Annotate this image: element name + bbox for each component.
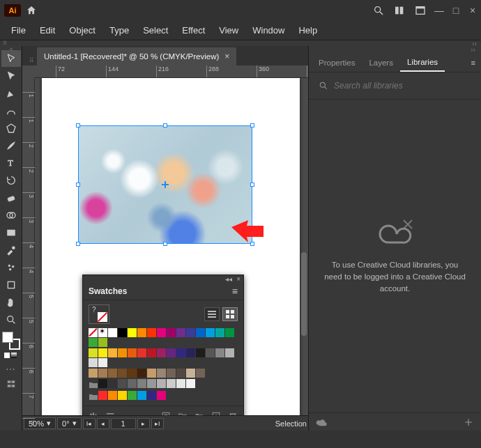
swatch[interactable] — [206, 328, 215, 337]
swatches-menu-icon[interactable]: ≡ — [232, 286, 238, 297]
rectangle-tool[interactable] — [1, 120, 21, 137]
artboard-tool[interactable] — [1, 277, 21, 293]
swatch[interactable] — [147, 379, 156, 388]
swatch[interactable] — [176, 369, 185, 378]
tools-overflow[interactable]: ⋯ — [6, 364, 17, 375]
canvas[interactable]: ◂◂ × Swatches ≡ ? — [35, 78, 308, 415]
menu-effect[interactable]: Effect — [175, 22, 212, 38]
swatch[interactable] — [108, 391, 117, 400]
swatch-options-icon[interactable] — [161, 411, 171, 416]
swatch[interactable] — [128, 379, 137, 388]
tab-layers[interactable]: Layers — [362, 54, 400, 71]
swatch[interactable] — [147, 391, 156, 400]
menu-help[interactable]: Help — [291, 22, 324, 38]
artboard-number[interactable]: 1 — [111, 418, 136, 429]
swatch[interactable] — [167, 348, 176, 357]
handle-bl[interactable] — [76, 242, 80, 246]
artboard-next[interactable]: ▸ — [137, 418, 150, 429]
symbol-sprayer-tool[interactable] — [1, 259, 21, 276]
fill-stroke-indicator[interactable] — [2, 332, 20, 350]
direct-selection-tool[interactable] — [1, 68, 21, 84]
ruler-horizontal[interactable]: 72 144 216 288 360 432 — [35, 65, 308, 78]
rotate-combo[interactable]: 0°▾ — [57, 417, 82, 429]
swatches-view-grid[interactable] — [222, 307, 238, 321]
swatch[interactable] — [89, 369, 98, 378]
scrollbar-vertical[interactable] — [301, 252, 307, 336]
handle-r[interactable] — [250, 183, 254, 187]
swatch[interactable] — [89, 338, 98, 347]
window-close[interactable]: × — [464, 3, 481, 18]
swatch[interactable] — [108, 328, 117, 337]
close-tab-icon[interactable]: × — [224, 52, 229, 61]
color-mode-toggles[interactable] — [4, 353, 18, 360]
hand-tool[interactable] — [1, 294, 21, 311]
swatch[interactable] — [89, 348, 98, 357]
menu-view[interactable]: View — [212, 22, 245, 38]
swatch[interactable] — [98, 391, 107, 400]
swatch[interactable] — [176, 379, 185, 388]
swatch[interactable] — [89, 328, 98, 337]
swatch[interactable] — [215, 328, 224, 337]
menu-file[interactable]: File — [4, 22, 33, 38]
swatch[interactable] — [186, 379, 195, 388]
tab-properties[interactable]: Properties — [312, 54, 362, 71]
swatches-panel[interactable]: ◂◂ × Swatches ≡ ? — [82, 275, 244, 415]
swatch[interactable] — [137, 391, 146, 400]
swatch[interactable] — [108, 369, 117, 378]
swatch[interactable] — [118, 348, 127, 357]
artboard-last[interactable]: ▸I — [151, 418, 164, 429]
swatch[interactable] — [128, 348, 137, 357]
swatch[interactable] — [176, 348, 185, 357]
swatch[interactable] — [167, 328, 176, 337]
handle-l[interactable] — [76, 183, 80, 187]
new-folder-icon[interactable] — [194, 411, 204, 416]
swatch[interactable] — [196, 328, 205, 337]
placed-image[interactable] — [78, 125, 252, 244]
swatch[interactable] — [128, 328, 137, 337]
swatch[interactable] — [89, 358, 98, 367]
swatch[interactable] — [98, 348, 107, 357]
swatch[interactable] — [98, 358, 107, 367]
swatches-view-list[interactable] — [204, 307, 220, 321]
swatch[interactable] — [108, 348, 117, 357]
menu-object[interactable]: Object — [62, 22, 102, 38]
swatch[interactable] — [167, 369, 176, 378]
selection-tool[interactable] — [1, 50, 21, 67]
swatch[interactable] — [128, 391, 137, 400]
delete-swatch-icon[interactable] — [228, 411, 238, 416]
swatch[interactable] — [186, 348, 195, 357]
handle-tr[interactable] — [250, 123, 254, 128]
swatch[interactable] — [147, 369, 156, 378]
swatch[interactable] — [157, 379, 166, 388]
swatches-close-icon[interactable]: × — [236, 275, 240, 283]
swatch[interactable] — [108, 379, 117, 388]
paintbrush-tool[interactable] — [1, 137, 21, 154]
swatch[interactable] — [118, 391, 127, 400]
rotate-tool[interactable] — [1, 172, 21, 189]
swatch[interactable] — [98, 338, 107, 347]
swatch[interactable] — [137, 348, 146, 357]
swatch[interactable] — [137, 369, 146, 378]
swatch[interactable] — [137, 328, 146, 337]
swatch[interactable] — [157, 391, 166, 400]
add-content-icon[interactable] — [463, 417, 474, 428]
swatch[interactable] — [196, 369, 205, 378]
handle-tl[interactable] — [76, 123, 80, 128]
edit-toolbar-icon[interactable] — [6, 379, 16, 390]
menu-select[interactable]: Select — [136, 22, 175, 38]
gradient-tool[interactable] — [1, 224, 21, 241]
handle-t[interactable] — [163, 123, 167, 128]
swatch[interactable] — [176, 328, 185, 337]
eraser-tool[interactable] — [1, 190, 21, 206]
document-tab[interactable]: Untitled-1 [Recovered]* @ 50 % (CMYK/Pre… — [37, 47, 236, 65]
artboard-prev[interactable]: ◂ — [97, 418, 109, 429]
window-maximize[interactable]: □ — [448, 3, 464, 18]
panel-collapse-icon[interactable]: ›› — [309, 46, 481, 53]
panel-menu-icon[interactable]: ≡ — [466, 56, 481, 70]
zoom-tool[interactable] — [1, 311, 21, 328]
menu-window[interactable]: Window — [245, 22, 291, 38]
current-swatch-none[interactable]: ? — [89, 304, 109, 324]
folder-icon[interactable] — [89, 380, 98, 389]
swatch[interactable] — [118, 369, 127, 378]
menu-edit[interactable]: Edit — [33, 22, 62, 38]
